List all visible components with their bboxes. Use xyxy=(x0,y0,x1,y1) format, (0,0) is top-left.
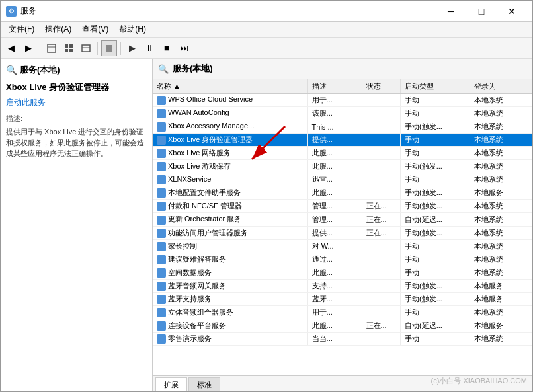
service-desc-cell: 当当... xyxy=(308,333,362,346)
left-panel: 🔍 服务(本地) Xbox Live 身份验证管理器 启动此服务 描述: 提供用… xyxy=(1,59,153,392)
table-row[interactable]: 建议疑难解答服务通过...手动本地系统 xyxy=(153,253,532,266)
table-row[interactable]: Xbox Live 身份验证管理器提供...手动本地系统 xyxy=(153,134,532,147)
close-button[interactable]: ✕ xyxy=(497,1,527,22)
table-row[interactable]: WPS Office Cloud Service用于...手动本地系统 xyxy=(153,94,532,107)
menu-item-查看V[interactable]: 查看(V) xyxy=(77,22,114,36)
service-desc-cell: 支持... xyxy=(308,279,362,292)
pause-button[interactable]: ⏸ xyxy=(142,40,157,56)
left-panel-title: 服务(本地) xyxy=(20,64,60,76)
service-login-cell: 本地系统 xyxy=(470,94,532,107)
table-row[interactable]: 功能访问用户管理器服务提供...正在...手动(触发...本地系统 xyxy=(153,226,532,239)
stop-button[interactable]: ■ xyxy=(159,40,175,56)
restart-button[interactable]: ⏭ xyxy=(176,40,192,56)
service-login-cell: 本地系统 xyxy=(470,134,532,147)
service-name-cell: 功能访问用户管理器服务 xyxy=(153,226,308,239)
svg-rect-4 xyxy=(65,49,68,52)
service-login-cell: 本地服务 xyxy=(470,279,532,292)
service-status-cell xyxy=(362,134,401,147)
maximize-button[interactable]: □ xyxy=(466,1,497,22)
service-name-cell: 立体音频组合器服务 xyxy=(153,306,308,319)
col-header-startup[interactable]: 启动类型 xyxy=(401,79,470,94)
service-desc-cell: 通过... xyxy=(308,253,362,266)
service-status-cell xyxy=(362,160,401,173)
desc-label: 描述: xyxy=(6,114,147,124)
service-name-cell: XLNXService xyxy=(153,173,308,186)
table-row[interactable]: WWAN AutoConfig该服...手动本地系统 xyxy=(153,107,532,120)
toolbar-btn-3[interactable] xyxy=(78,40,94,56)
service-desc-cell: 此服... xyxy=(308,319,362,333)
table-row[interactable]: 零售演示服务当当...手动本地系统 xyxy=(153,333,532,346)
table-row[interactable]: 空间数据服务此服...手动本地系统 xyxy=(153,266,532,279)
service-status-cell: 正在... xyxy=(362,200,401,213)
col-header-login[interactable]: 登录为 xyxy=(470,79,532,94)
table-row[interactable]: 付款和 NFC/SE 管理器管理...正在...手动(触发...本地系统 xyxy=(153,200,532,213)
table-row[interactable]: 更新 Orchestrator 服务管理...正在...自动(延迟...本地系统 xyxy=(153,213,532,226)
service-login-cell: 本地系统 xyxy=(470,253,532,266)
tab-expand[interactable]: 扩展 xyxy=(155,377,187,392)
service-login-cell: 本地系统 xyxy=(470,200,532,213)
service-login-cell: 本地系统 xyxy=(470,107,532,120)
table-row[interactable]: Xbox Live 网络服务此服...手动本地系统 xyxy=(153,147,532,160)
right-panel-title: 服务(本地) xyxy=(173,63,213,75)
table-row[interactable]: 蓝牙支持服务蓝牙...手动(触发...本地服务 xyxy=(153,293,532,306)
service-startup-cell: 手动 xyxy=(401,333,470,346)
service-name-cell: Xbox Live 网络服务 xyxy=(153,147,308,160)
back-button[interactable]: ◀ xyxy=(3,40,19,56)
service-startup-cell: 手动 xyxy=(401,173,470,186)
service-startup-cell: 手动 xyxy=(401,107,470,120)
toolbar-btn-1[interactable] xyxy=(44,40,60,56)
table-row[interactable]: 家长控制对 W...手动本地系统 xyxy=(153,239,532,253)
service-name-cell: 更新 Orchestrator 服务 xyxy=(153,213,308,226)
play-button[interactable]: ▶ xyxy=(124,40,140,56)
table-header-row: 名称 ▲ 描述 状态 启动类型 登录为 xyxy=(153,79,532,94)
service-name-cell: WPS Office Cloud Service xyxy=(153,94,308,107)
service-name-cell: 付款和 NFC/SE 管理器 xyxy=(153,200,308,213)
title-bar: ⚙ 服务 ─ □ ✕ xyxy=(1,1,532,22)
toolbar: ◀ ▶ ▶ ⏸ ■ ⏭ xyxy=(1,38,532,59)
table-row[interactable]: XLNXService迅雷...手动本地系统 xyxy=(153,173,532,186)
svg-rect-5 xyxy=(69,49,73,52)
service-startup-cell: 手动 xyxy=(401,306,470,319)
table-row[interactable]: 连接设备平台服务此服...正在...自动(延迟...本地服务 xyxy=(153,319,532,333)
service-status-cell xyxy=(362,266,401,279)
table-row[interactable]: 蓝牙音频网关服务支持...手动(触发...本地服务 xyxy=(153,279,532,292)
window-controls: ─ □ ✕ xyxy=(436,1,527,22)
service-name-cell: 本地配置文件助手服务 xyxy=(153,186,308,200)
menu-item-操作A[interactable]: 操作(A) xyxy=(40,22,77,36)
service-desc-cell: 该服... xyxy=(308,107,362,120)
table-row[interactable]: 本地配置文件助手服务此服...手动(触发...本地服务 xyxy=(153,186,532,200)
service-status-cell: 正在... xyxy=(362,226,401,239)
menu-item-文件F[interactable]: 文件(F) xyxy=(3,22,40,36)
service-startup-cell: 手动 xyxy=(401,253,470,266)
minimize-button[interactable]: ─ xyxy=(436,1,466,22)
toolbar-btn-4[interactable] xyxy=(101,40,117,56)
service-name-cell: WWAN AutoConfig xyxy=(153,107,308,120)
table-row[interactable]: Xbox Accessory Manage...This ...手动(触发...… xyxy=(153,120,532,134)
service-desc-cell: 提供... xyxy=(308,226,362,239)
service-startup-cell: 自动(延迟... xyxy=(401,319,470,333)
table-row[interactable]: Xbox Live 游戏保存此服...手动(触发...本地系统 xyxy=(153,160,532,173)
tab-standard[interactable]: 标准 xyxy=(188,377,220,392)
service-login-cell: 本地服务 xyxy=(470,293,532,306)
col-header-name[interactable]: 名称 ▲ xyxy=(153,79,308,94)
service-login-cell: 本地系统 xyxy=(470,333,532,346)
right-panel-header: 🔍 服务(本地) xyxy=(153,59,532,79)
toolbar-btn-2[interactable] xyxy=(61,40,77,56)
service-login-cell: 本地系统 xyxy=(470,213,532,226)
start-service-link[interactable]: 启动此服务 xyxy=(6,97,147,108)
col-header-desc[interactable]: 描述 xyxy=(308,79,362,94)
window-title: 服务 xyxy=(20,5,36,17)
service-name-cell: 建议疑难解答服务 xyxy=(153,253,308,266)
service-desc-cell: 管理... xyxy=(308,200,362,213)
svg-rect-3 xyxy=(69,44,73,48)
col-header-status[interactable]: 状态 xyxy=(362,79,401,94)
service-login-cell: 本地服务 xyxy=(470,319,532,333)
table-row[interactable]: 立体音频组合器服务用于...手动本地系统 xyxy=(153,306,532,319)
menu-item-帮助H[interactable]: 帮助(H) xyxy=(114,22,151,36)
service-startup-cell: 手动(触发... xyxy=(401,200,470,213)
services-table[interactable]: 名称 ▲ 描述 状态 启动类型 登录为 WPS Office Cloud Ser… xyxy=(153,79,532,375)
svg-rect-2 xyxy=(65,44,68,48)
service-status-cell xyxy=(362,333,401,346)
svg-rect-8 xyxy=(106,45,110,52)
forward-button[interactable]: ▶ xyxy=(20,40,36,56)
